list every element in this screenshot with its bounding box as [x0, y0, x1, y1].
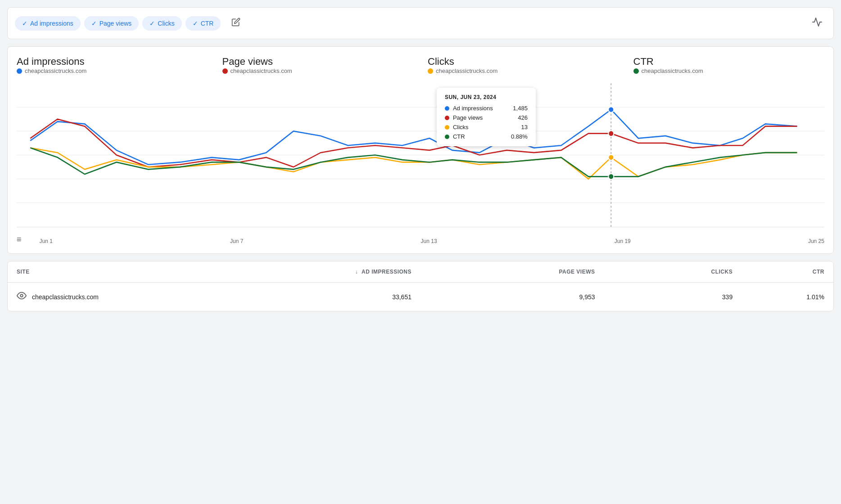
dot-ctr: [608, 174, 614, 180]
col-header-ad-impressions[interactable]: ↓ Ad impressions: [237, 261, 420, 283]
checkmark-ctr: ✓: [193, 20, 198, 27]
legend-dot-ad-impressions: [17, 68, 22, 74]
checkmark-page-views: ✓: [91, 20, 97, 27]
chip-ctr[interactable]: ✓ CTR: [185, 16, 221, 31]
visibility-icon[interactable]: [17, 291, 27, 303]
chart-area[interactable]: SUN, JUN 23, 2024 Ad impressions 1,485 P…: [17, 83, 824, 227]
legend-label-page-views: Page views: [222, 56, 414, 68]
chart-card: Ad impressions cheapclassictrucks.com Pa…: [7, 46, 834, 254]
chip-label-page-views: Page views: [99, 20, 132, 27]
grid-lines: [17, 107, 824, 203]
checkmark-clicks: ✓: [149, 20, 155, 27]
legend-ctr: CTR cheapclassictrucks.com: [633, 56, 825, 74]
table-row: cheapclassictrucks.com 33,651 9,953 339 …: [8, 283, 833, 311]
legend-site-ad-impressions: cheapclassictrucks.com: [17, 68, 208, 74]
col-header-site[interactable]: SITE: [8, 261, 237, 283]
legend-site-clicks: cheapclassictrucks.com: [428, 68, 619, 74]
legend-dot-page-views: [222, 68, 228, 74]
data-table: SITE ↓ Ad impressions Page views Clicks …: [8, 261, 833, 311]
x-label-jun25: Jun 25: [808, 238, 824, 244]
cell-page-views: 9,953: [420, 283, 604, 311]
edit-metrics-button[interactable]: [228, 14, 244, 32]
chip-clicks[interactable]: ✓ Clicks: [142, 16, 181, 31]
main-container: ✓ Ad impressions ✓ Page views ✓ Clicks ✓…: [0, 0, 841, 319]
legend-dot-ctr: [633, 68, 639, 74]
chart-legend: Ad impressions cheapclassictrucks.com Pa…: [17, 56, 824, 74]
legend-ad-impressions: Ad impressions cheapclassictrucks.com: [17, 56, 208, 74]
chip-label-clicks: Clicks: [158, 20, 174, 27]
col-header-page-views[interactable]: Page views: [420, 261, 604, 283]
x-label-jun19: Jun 19: [615, 238, 631, 244]
legend-page-views: Page views cheapclassictrucks.com: [222, 56, 414, 74]
legend-label-clicks: Clicks: [428, 56, 619, 68]
col-header-ctr[interactable]: CTR: [742, 261, 833, 283]
legend-site-page-views: cheapclassictrucks.com: [222, 68, 414, 74]
table-card: SITE ↓ Ad impressions Page views Clicks …: [7, 261, 834, 311]
chip-label-ad-impressions: Ad impressions: [30, 20, 73, 27]
dot-page-views: [608, 130, 614, 136]
cell-site: cheapclassictrucks.com: [8, 283, 237, 311]
chart-svg: [17, 83, 824, 227]
chip-page-views[interactable]: ✓ Page views: [84, 16, 139, 31]
x-label-jun1: Jun 1: [40, 238, 53, 244]
cell-ad-impressions: 33,651: [237, 283, 420, 311]
legend-label-ctr: CTR: [633, 56, 825, 68]
x-label-jun7: Jun 7: [230, 238, 243, 244]
chip-ad-impressions[interactable]: ✓ Ad impressions: [15, 16, 81, 31]
chart-menu-icon[interactable]: ≡: [17, 235, 22, 244]
cell-clicks: 339: [604, 283, 742, 311]
legend-label-ad-impressions: Ad impressions: [17, 56, 208, 68]
x-label-jun13: Jun 13: [421, 238, 437, 244]
dot-ad-impressions: [608, 107, 614, 112]
legend-dot-clicks: [428, 68, 433, 74]
compare-button[interactable]: [808, 13, 826, 33]
checkmark-ad-impressions: ✓: [22, 20, 27, 27]
cell-ctr: 1.01%: [742, 283, 833, 311]
dot-clicks: [608, 154, 614, 160]
legend-clicks: Clicks cheapclassictrucks.com: [428, 56, 619, 74]
svg-point-5: [20, 294, 23, 297]
line-ad-impressions: [30, 109, 797, 164]
sort-arrow-icon: ↓: [355, 269, 360, 275]
cell-site-name: cheapclassictrucks.com: [32, 293, 99, 301]
chip-label-ctr: CTR: [201, 20, 214, 27]
legend-site-ctr: cheapclassictrucks.com: [633, 68, 825, 74]
table-header-row: SITE ↓ Ad impressions Page views Clicks …: [8, 261, 833, 283]
filter-bar: ✓ Ad impressions ✓ Page views ✓ Clicks ✓…: [7, 7, 834, 39]
col-header-clicks[interactable]: Clicks: [604, 261, 742, 283]
x-axis: Jun 1 Jun 7 Jun 13 Jun 19 Jun 25: [22, 234, 824, 244]
